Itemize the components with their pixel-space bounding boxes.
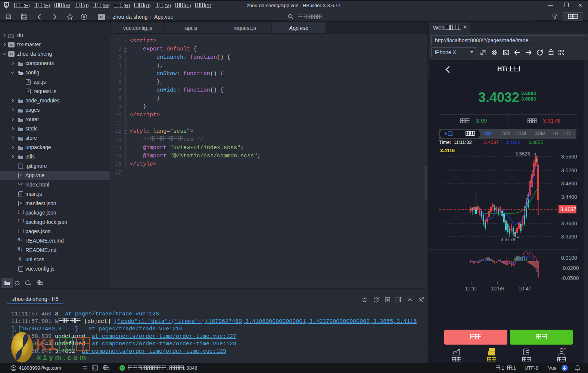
svg-text:10:47: 10:47 bbox=[518, 286, 531, 292]
svg-text:3.3600: 3.3600 bbox=[561, 221, 577, 226]
svg-text:3.3178: 3.3178 bbox=[501, 237, 516, 242]
svg-text:3.3200: 3.3200 bbox=[561, 234, 577, 240]
svg-text:-0.0200: -0.0200 bbox=[561, 265, 579, 271]
svg-text:3.4400: 3.4400 bbox=[561, 194, 577, 200]
svg-text:10:59: 10:59 bbox=[491, 286, 504, 292]
svg-text:0.0100: 0.0100 bbox=[561, 255, 577, 261]
svg-text:3.5200: 3.5200 bbox=[561, 167, 577, 173]
svg-text:3.5600: 3.5600 bbox=[561, 154, 577, 160]
svg-text:-0.0500: -0.0500 bbox=[561, 275, 579, 281]
svg-text:3.4037: 3.4037 bbox=[560, 206, 576, 212]
svg-text:3.4800: 3.4800 bbox=[561, 181, 577, 186]
svg-text:3.5625: 3.5625 bbox=[515, 151, 530, 157]
svg-text:11:11: 11:11 bbox=[465, 286, 477, 292]
